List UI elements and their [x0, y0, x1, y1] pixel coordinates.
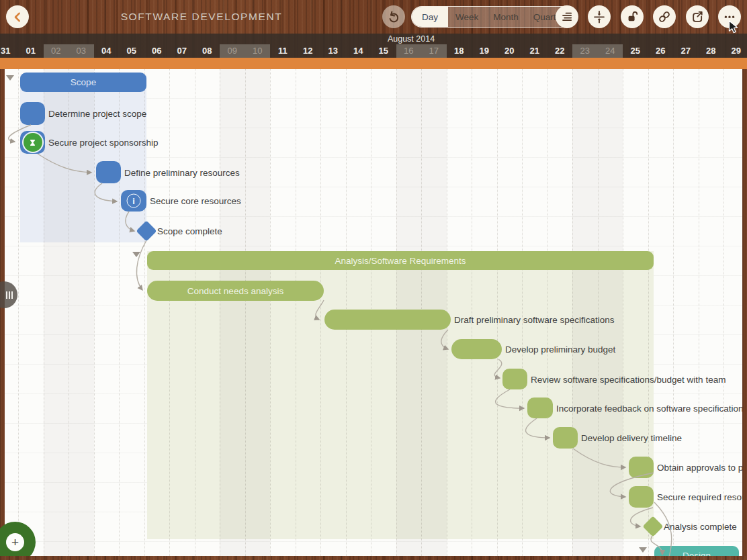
task-incorporate-feedback-on-software-specifications-label: Incorporate feedback on software specifi…	[556, 403, 747, 413]
bottom-frame	[0, 556, 747, 560]
view-option-day[interactable]: Day	[412, 7, 448, 27]
day-cell: 20	[497, 44, 523, 58]
task-draft-preliminary-software-specifications[interactable]	[324, 310, 451, 330]
day-cell: 11	[270, 44, 296, 58]
day-cell: 24	[598, 44, 623, 58]
share-button[interactable]	[686, 5, 709, 28]
link-icon	[656, 9, 672, 25]
task-develop-preliminary-budget[interactable]	[451, 339, 502, 359]
gantt-items: ScopeDetermine project scopeSecure proje…	[0, 69, 747, 556]
back-button[interactable]	[6, 5, 29, 28]
day-cell: 21	[522, 44, 547, 58]
milestone-analysis-complete[interactable]	[642, 516, 663, 536]
right-frame	[742, 69, 747, 560]
milestone-scope-complete[interactable]	[136, 220, 157, 241]
milestone-analysis-complete-label: Analysis complete	[664, 522, 737, 532]
task-incorporate-feedback-on-software-specifications[interactable]	[527, 398, 553, 418]
milestone-scope-complete-label: Scope complete	[157, 226, 222, 236]
left-frame	[0, 69, 5, 560]
task-develop-delivery-timeline[interactable]	[553, 427, 578, 449]
day-cell: 19	[472, 44, 497, 58]
day-cell: 02	[44, 44, 69, 58]
task-develop-preliminary-budget-label: Develop preliminary budget	[505, 344, 615, 355]
view-option-month[interactable]: Month	[486, 7, 526, 27]
design-group-bar-collapse-toggle[interactable]	[639, 547, 647, 553]
task-obtain-approvals[interactable]	[629, 457, 654, 478]
design-group-bar[interactable]: Design	[654, 546, 739, 556]
task-draft-preliminary-software-specifications-label: Draft preliminary software specification…	[454, 315, 615, 325]
day-cell: 16	[396, 44, 422, 58]
task-determine-project-scope[interactable]	[20, 102, 45, 125]
day-cell: 01	[18, 44, 44, 58]
day-cell: 23	[572, 44, 598, 58]
day-cell: 09	[220, 44, 245, 58]
day-cell: 18	[447, 44, 472, 58]
day-cell: 17	[421, 44, 447, 58]
scope-group-bar[interactable]: Scope	[20, 73, 146, 92]
day-cell: 12	[296, 44, 321, 58]
undo-icon	[386, 9, 402, 25]
task-define-preliminary-resources[interactable]	[96, 161, 121, 183]
row-height-button[interactable]	[588, 5, 611, 28]
info-icon: i	[127, 194, 141, 208]
mouse-cursor	[728, 20, 740, 35]
design-group-bar-label: Design	[654, 546, 739, 556]
task-define-preliminary-resources-label: Define preliminary resources	[124, 167, 240, 177]
gantt-app: SOFTWARE DEVELOPMENT DayWeekMonthQuarter	[0, 0, 747, 560]
plus-icon: +	[6, 533, 24, 551]
link-button[interactable]	[653, 5, 676, 28]
outline-button[interactable]	[556, 5, 578, 28]
analysis-group-bar-collapse-toggle[interactable]	[132, 252, 140, 257]
row-distribute-icon	[591, 9, 607, 25]
timeline-header: August 2014 3101020304050607080910111213…	[0, 34, 747, 58]
day-row: 3101020304050607080910111213141516171819…	[0, 44, 747, 58]
share-icon	[689, 9, 705, 25]
page-title: SOFTWARE DEVELOPMENT	[121, 0, 283, 34]
task-review-software-specifications-budget-with-team-label: Review software specifications/budget wi…	[531, 374, 726, 384]
task-secure-project-sponsorship[interactable]	[20, 131, 45, 154]
day-cell: 04	[94, 44, 120, 58]
task-conduct-needs-analysis[interactable]: Conduct needs analysis	[147, 281, 324, 301]
day-cell: 14	[346, 44, 371, 58]
task-conduct-needs-analysis-label: Conduct needs analysis	[147, 281, 324, 301]
analysis-group-bar-label: Analysis/Software Requirements	[147, 251, 654, 270]
view-switcher: DayWeekMonthQuarter	[411, 6, 572, 28]
task-review-software-specifications-budget-with-team[interactable]	[502, 369, 527, 389]
task-obtain-approvals-label: Obtain approvals to pro	[657, 463, 747, 473]
day-cell: 10	[245, 44, 271, 58]
top-toolbar: SOFTWARE DEVELOPMENT DayWeekMonthQuarter	[0, 0, 747, 34]
day-cell: 26	[648, 44, 674, 58]
day-cell: 15	[371, 44, 396, 58]
scope-group-bar-label: Scope	[20, 73, 146, 92]
task-determine-project-scope-label: Determine project scope	[48, 109, 146, 119]
chevron-left-icon	[9, 9, 26, 25]
undo-button[interactable]	[382, 5, 405, 28]
day-cell: 25	[623, 44, 648, 58]
day-cell: 08	[195, 44, 220, 58]
lock-button[interactable]	[621, 5, 644, 28]
day-cell: 07	[169, 44, 195, 58]
task-secure-required-resources-label: Secure required resourc	[657, 492, 747, 502]
task-secure-core-resources-label: Secure core resources	[150, 196, 241, 206]
day-cell: 06	[144, 44, 170, 58]
day-cell: 28	[699, 44, 724, 58]
toolbar-buttons	[556, 5, 741, 28]
task-secure-project-sponsorship-label: Secure project sponsorship	[48, 138, 159, 148]
view-option-week[interactable]: Week	[448, 7, 486, 27]
day-cell: 13	[320, 44, 346, 58]
task-secure-required-resources[interactable]	[629, 486, 654, 508]
outline-list-icon	[559, 9, 575, 25]
month-label: August 2014	[388, 34, 435, 44]
task-develop-delivery-timeline-label: Develop delivery timeline	[581, 433, 682, 443]
app-header: SOFTWARE DEVELOPMENT DayWeekMonthQuarter	[0, 0, 747, 58]
analysis-group-bar[interactable]: Analysis/Software Requirements	[147, 251, 654, 270]
gantt-chart: ScopeDetermine project scopeSecure proje…	[0, 69, 747, 556]
scope-group-bar-collapse-toggle[interactable]	[6, 75, 14, 81]
day-cell: 29	[723, 44, 747, 58]
day-cell: 05	[119, 44, 144, 58]
task-secure-core-resources[interactable]: i	[121, 190, 146, 212]
day-cell: 03	[69, 44, 94, 58]
day-cell: 27	[673, 44, 699, 58]
day-cell: 22	[547, 44, 573, 58]
unlock-icon	[624, 9, 640, 25]
